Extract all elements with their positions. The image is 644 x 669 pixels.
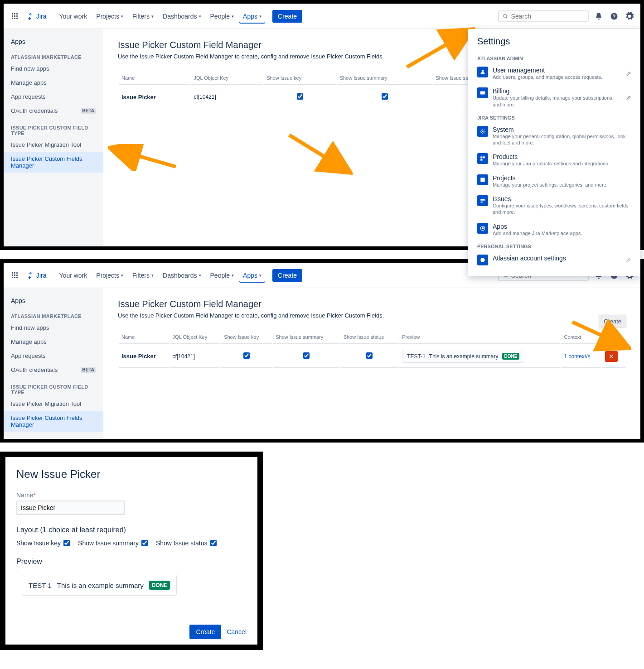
- account-icon: [477, 255, 488, 265]
- settings-apps[interactable]: AppsAdd and manage Jira Marketplace apps…: [468, 219, 640, 240]
- notifications-icon[interactable]: [593, 11, 604, 22]
- sidebar-manage-apps[interactable]: Manage apps: [4, 76, 103, 90]
- svg-rect-13: [480, 202, 483, 202]
- nav-filters[interactable]: Filters▾: [129, 10, 157, 23]
- svg-rect-7: [480, 157, 482, 159]
- nav-apps[interactable]: Apps▾: [239, 10, 265, 23]
- svg-rect-9: [480, 159, 482, 161]
- sidebar-title: Apps: [4, 36, 103, 47]
- products-icon: [477, 153, 488, 164]
- help-icon[interactable]: ?: [609, 11, 620, 22]
- dialog-title: New Issue Picker: [16, 468, 247, 481]
- cell-key: cf[10421]: [191, 86, 263, 108]
- apps-icon: [477, 223, 488, 234]
- sidebar-migration-tool[interactable]: Issue Picker Migration Tool: [4, 397, 103, 411]
- col-jql: JQL Object Key: [191, 72, 263, 85]
- jira-window-1: Jira Your work Projects▾ Filters▾ Dashbo…: [4, 4, 640, 246]
- page-subtitle: Use the Issue Picker Custom Field Manage…: [118, 312, 626, 319]
- nav-items: Your work Projects▾ Filters▾ Dashboards▾…: [56, 10, 265, 23]
- svg-rect-8: [483, 157, 485, 159]
- opt-show-summary[interactable]: Show Issue summary: [78, 539, 148, 547]
- layout-label: Layout (1 choice at least required): [16, 526, 247, 534]
- search-field[interactable]: [511, 13, 584, 20]
- nav-dashboards[interactable]: Dashboards▾: [159, 10, 205, 23]
- top-nav: Jira Your work Projects▾ Filters▾ Dashbo…: [4, 4, 640, 29]
- settings-issues[interactable]: IssuesConfigure your issue types, workfl…: [468, 192, 640, 219]
- table-row: Issue Picker cf[10421] TEST-1 This is an…: [119, 345, 625, 368]
- dialog-preview: TEST-1 This is an example summary DONE: [22, 575, 177, 596]
- context-link[interactable]: 1 context/s: [564, 353, 590, 360]
- svg-point-16: [480, 258, 484, 262]
- jira-logo[interactable]: Jira: [25, 271, 47, 280]
- jira-logo[interactable]: Jira: [25, 12, 47, 21]
- nav-people[interactable]: People▾: [207, 10, 238, 23]
- app-switcher-icon[interactable]: [9, 11, 20, 22]
- external-link-icon: ⇗: [626, 94, 631, 101]
- chk-show-key[interactable]: [243, 352, 250, 359]
- product-name: Jira: [36, 13, 47, 20]
- opt-show-key[interactable]: Show Issue key: [16, 539, 70, 547]
- billing-icon: [477, 87, 488, 98]
- main-content: Issue Picker Custom Field Manager Use th…: [103, 288, 640, 439]
- chk-show-status[interactable]: [366, 352, 373, 359]
- search-input[interactable]: [498, 10, 589, 22]
- sidebar-find-new-apps[interactable]: Find new apps: [4, 321, 103, 335]
- chk-show-summary[interactable]: [382, 93, 388, 100]
- sidebar-app-requests[interactable]: App requests: [4, 349, 103, 363]
- sidebar-manage-apps[interactable]: Manage apps: [4, 335, 103, 349]
- name-input[interactable]: [16, 501, 125, 515]
- create-button[interactable]: Create: [272, 10, 302, 23]
- nav-apps[interactable]: Apps▾: [239, 269, 265, 282]
- jira-window-2: Jira Your work Projects▾ Filters▾ Dashbo…: [4, 263, 640, 439]
- opt-show-status[interactable]: Show Issue status: [156, 539, 217, 547]
- settings-projects[interactable]: ProjectsManage your project settings, ca…: [468, 171, 640, 192]
- nav-filters[interactable]: Filters▾: [129, 269, 157, 282]
- svg-point-6: [482, 130, 484, 132]
- settings-system[interactable]: SystemManage your general configuration,…: [468, 122, 640, 150]
- sidebar-custom-fields-manager[interactable]: Issue Picker Custom Fields Manager: [4, 411, 103, 432]
- nav-people[interactable]: People▾: [207, 269, 238, 282]
- chevron-down-icon: ▾: [199, 14, 201, 19]
- nav-dashboards[interactable]: Dashboards▾: [159, 269, 205, 282]
- chk-show-key[interactable]: [297, 93, 303, 100]
- chevron-down-icon: ▾: [232, 14, 234, 19]
- create-button[interactable]: Create: [272, 269, 302, 282]
- projects-icon: [477, 174, 488, 185]
- nav-your-work[interactable]: Your work: [56, 269, 91, 282]
- dialog-create-button[interactable]: Create: [189, 625, 221, 639]
- settings-gear-icon[interactable]: [624, 11, 635, 22]
- preview-label: Preview: [16, 558, 247, 566]
- settings-billing[interactable]: BillingUpdate your billing details, mana…: [468, 84, 640, 111]
- svg-point-14: [482, 227, 484, 229]
- settings-products[interactable]: ProductsManage your Jira products' setti…: [468, 149, 640, 170]
- nav-your-work[interactable]: Your work: [56, 10, 91, 23]
- delete-button[interactable]: ✕: [605, 351, 618, 362]
- sidebar-migration-tool[interactable]: Issue Picker Migration Tool: [4, 138, 103, 152]
- sidebar-oauth[interactable]: OAuth credentialsBETA: [4, 363, 103, 377]
- chk-show-summary[interactable]: [303, 352, 310, 359]
- new-issue-picker-dialog: New Issue Picker Name* Layout (1 choice …: [5, 457, 257, 645]
- external-link-icon: ⇗: [626, 70, 631, 77]
- sidebar-oauth[interactable]: OAuth credentialsBETA: [4, 104, 103, 118]
- name-label: Name*: [16, 491, 247, 499]
- sidebar-custom-fields-manager[interactable]: Issue Picker Custom Fields Manager: [4, 152, 103, 173]
- settings-user-management[interactable]: User managementAdd users, groups, and ma…: [468, 63, 640, 84]
- settings-group-admin: ATLASSIAN ADMIN: [468, 52, 640, 63]
- create-field-button[interactable]: Create: [599, 315, 626, 327]
- gear-icon: [477, 126, 488, 137]
- settings-title: Settings: [468, 36, 640, 52]
- app-switcher-icon[interactable]: [9, 270, 20, 281]
- svg-point-4: [482, 70, 484, 72]
- dialog-cancel-button[interactable]: Cancel: [227, 628, 247, 635]
- col-summary: Show Issue summary: [337, 72, 432, 85]
- svg-rect-5: [480, 91, 485, 95]
- nav-projects[interactable]: Projects▾: [92, 10, 127, 23]
- cell-name: Issue Picker: [119, 86, 190, 108]
- nav-projects[interactable]: Projects▾: [92, 269, 127, 282]
- svg-point-0: [504, 14, 506, 17]
- fields-table: Name JQL Object Key Show Issue key Show …: [118, 330, 626, 369]
- col-name: Name: [119, 72, 190, 85]
- settings-atlassian-account[interactable]: Atlassian account settings ⇗: [468, 251, 640, 269]
- sidebar-find-new-apps[interactable]: Find new apps: [4, 62, 103, 76]
- sidebar-app-requests[interactable]: App requests: [4, 90, 103, 104]
